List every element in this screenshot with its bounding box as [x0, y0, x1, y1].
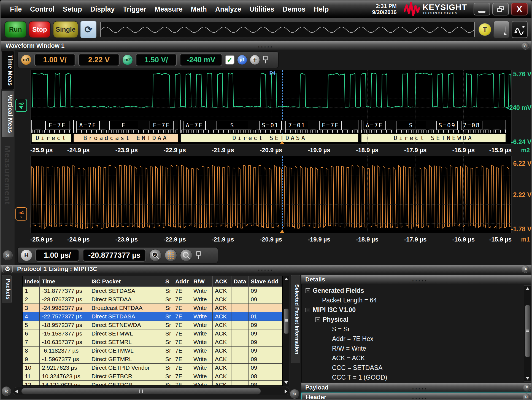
- expand-payload-icon[interactable]: «: [523, 384, 531, 391]
- column-header-index[interactable]: Index: [23, 276, 40, 287]
- table-row[interactable]: 3-24.9982377 µsBroadcast ENTDAASr7EWrite…: [23, 304, 282, 312]
- expand-measurements-button[interactable]: »: [3, 250, 13, 260]
- restore-button[interactable]: [492, 3, 509, 15]
- m2-offset-field[interactable]: -240 mV: [180, 53, 222, 66]
- green-waveform-plot[interactable]: P1 E=7EDirectA=7EEE=7EBroadcast ENTDAAA=…: [30, 70, 512, 144]
- table-row[interactable]: 102.9217623 µsDirect GETPID VendorSr7EWr…: [23, 364, 282, 372]
- table-row[interactable]: 1110.3247623 µsDirect GETBCRSr7EWriteACK…: [23, 372, 282, 381]
- drag-dots[interactable]: .....: [412, 395, 428, 400]
- collapse-left-button[interactable]: «: [2, 386, 11, 396]
- details-header[interactable]: Details .....: [301, 275, 532, 284]
- column-header-r-w[interactable]: R/W: [191, 276, 213, 287]
- tree-node[interactable]: –Generated Fields: [306, 286, 364, 295]
- tree-node[interactable]: CCC = SETDASA: [332, 364, 382, 372]
- scrollbar-thumb[interactable]: [525, 305, 530, 357]
- scroll-up-icon[interactable]: [526, 287, 530, 290]
- drag-dots[interactable]: .....: [258, 267, 274, 272]
- m1-badge[interactable]: m1: [21, 55, 31, 65]
- column-header-slave-add[interactable]: Slave Add: [249, 276, 283, 287]
- tree-node[interactable]: ACK = ACK: [332, 354, 365, 362]
- protocol-settings-button[interactable]: ⚙: [2, 265, 13, 273]
- details-scrollbar[interactable]: [524, 285, 531, 382]
- tree-node[interactable]: Addr = 7E Hex: [332, 335, 373, 343]
- menu-analyze[interactable]: Analyze: [215, 5, 241, 13]
- m1-ground-marker[interactable]: m1: [15, 207, 27, 221]
- drag-dots[interactable]: .....: [258, 43, 274, 48]
- column-header-ack[interactable]: ACK: [213, 276, 231, 287]
- zoom-z-button[interactable]: Z: [149, 249, 161, 261]
- p1-visible-checkbox[interactable]: ✓: [225, 55, 234, 65]
- packets-tab[interactable]: Packets: [2, 275, 12, 303]
- column-header-addr[interactable]: Addr: [173, 276, 191, 287]
- tree-node[interactable]: R/W = Write: [332, 344, 366, 353]
- minimize-button[interactable]: [474, 3, 490, 15]
- collapse-node-icon[interactable]: –: [306, 308, 310, 312]
- details-tree[interactable]: –Generated FieldsPacket Length = 64–MIPI…: [301, 284, 532, 382]
- tree-node[interactable]: –Physical: [315, 315, 348, 324]
- collapse-node-icon[interactable]: –: [315, 317, 320, 322]
- menu-demos[interactable]: Demos: [283, 5, 306, 13]
- payload-bar[interactable]: Payload ..... «: [301, 383, 532, 392]
- tree-node[interactable]: S = Sr: [332, 325, 350, 333]
- pin-icon[interactable]: [196, 251, 202, 259]
- table-row[interactable]: 1-31.8777377 µsDirect SETDASASr7EWriteAC…: [23, 287, 282, 295]
- pin-icon[interactable]: [263, 56, 269, 64]
- drag-dots[interactable]: .....: [412, 277, 428, 282]
- grid-settings-button[interactable]: [493, 21, 509, 38]
- sample-points-button[interactable]: [165, 249, 177, 261]
- menu-math[interactable]: Math: [191, 5, 207, 13]
- menu-setup[interactable]: Setup: [63, 5, 82, 13]
- scroll-up-icon[interactable]: [284, 278, 288, 280]
- table-row[interactable]: 2-28.0767377 µsDirect RSTDAASr7EWriteACK…: [23, 295, 282, 304]
- collapse-listing-icon[interactable]: «: [522, 265, 529, 273]
- table-row[interactable]: 8-6.1182377 µsDirect GETMWLSr7EWriteACK0…: [23, 347, 282, 355]
- acquisition-preview-strip[interactable]: [100, 22, 475, 37]
- drag-dots[interactable]: .....: [412, 385, 428, 390]
- h-badge[interactable]: H: [21, 250, 32, 261]
- close-button[interactable]: X: [511, 3, 528, 15]
- table-row[interactable]: 1214.1217623 µsDirect GETDCRSr7EWriteACK…: [23, 381, 282, 386]
- menu-measure[interactable]: Measure: [155, 5, 182, 13]
- expand-right-button[interactable]: »: [290, 389, 299, 399]
- scroll-right-icon[interactable]: [285, 390, 287, 393]
- timebase-position-field[interactable]: -20.8777377 µs: [83, 249, 146, 262]
- decode-group-1[interactable]: E=7EDirect: [31, 120, 71, 142]
- table-row[interactable]: 9-1.5967377 µsDirect GETMRLSr7EWriteACK0…: [23, 355, 282, 364]
- scroll-left-icon[interactable]: [15, 390, 18, 393]
- m1-offset-field[interactable]: 2.22 V: [78, 53, 120, 66]
- single-button[interactable]: Single: [53, 21, 78, 38]
- menu-control[interactable]: Control: [30, 5, 55, 13]
- protocol-listing-header[interactable]: ⚙ Protocol 1 Listing : MIPI I3C ..... «: [1, 265, 531, 273]
- timebase-scale-field[interactable]: 1.00 µs/: [35, 249, 79, 262]
- run-button[interactable]: Run: [4, 21, 26, 38]
- table-row[interactable]: 5-18.9572377 µsDirect SETNEWDASr7EWriteA…: [23, 321, 282, 329]
- column-header-i3c-packet[interactable]: I3C Packet: [89, 276, 163, 287]
- tree-node[interactable]: Packet Length = 64: [322, 296, 377, 304]
- collapse-node-icon[interactable]: –: [306, 288, 310, 293]
- table-horizontal-scrollbar[interactable]: [13, 387, 290, 395]
- tab-vertical-meas[interactable]: Vertical Meas: [1, 90, 14, 137]
- table-row[interactable]: 4-22.7577377 µsDirect SETDASASr7EWriteAC…: [23, 312, 282, 321]
- scroll-down-icon[interactable]: [526, 377, 530, 380]
- autoscale-button[interactable]: ⟳: [80, 21, 96, 38]
- selected-packet-info-tab[interactable]: Selected Packet Information: [291, 275, 300, 363]
- menu-display[interactable]: Display: [90, 5, 115, 13]
- hscrollbar-thumb[interactable]: [21, 388, 261, 394]
- m2-ground-marker[interactable]: m2: [15, 99, 27, 112]
- orange-waveform-plot[interactable]: [30, 156, 512, 233]
- tree-node[interactable]: CCC T = 1 (GOOD): [332, 373, 387, 382]
- table-row[interactable]: 7-10.6357377 µsDirect SETMRLSr7EWriteACK…: [23, 338, 282, 347]
- menu-help[interactable]: Help: [314, 5, 329, 13]
- waveform-tool-button[interactable]: [512, 21, 528, 38]
- menu-utilities[interactable]: Utilities: [249, 5, 274, 13]
- collapse-waveform-icon[interactable]: «: [522, 42, 529, 50]
- table-vertical-scrollbar[interactable]: [283, 276, 290, 386]
- header-bar[interactable]: Header ..... «: [301, 393, 532, 400]
- m2-badge[interactable]: m2: [122, 55, 133, 65]
- search-button[interactable]: [180, 249, 192, 261]
- stop-button[interactable]: Stop: [29, 21, 51, 38]
- m2-scale-field[interactable]: 1.50 V/: [136, 53, 177, 66]
- waveform-window-header[interactable]: Waveform Window 1 ..... «: [1, 41, 531, 50]
- p1-badge[interactable]: p1: [237, 55, 247, 65]
- column-header-s[interactable]: S: [163, 276, 173, 287]
